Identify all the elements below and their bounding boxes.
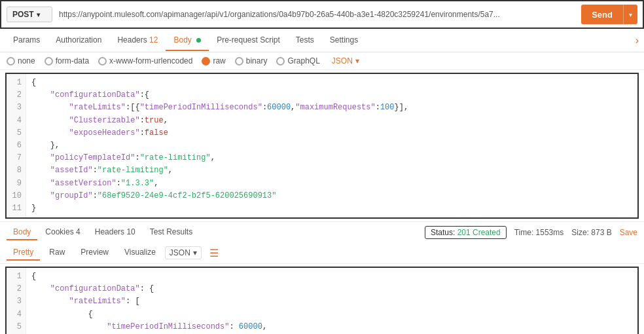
body-type-graphql[interactable]: GraphQL bbox=[276, 56, 319, 65]
response-tab-cookies[interactable]: Cookies 4 bbox=[39, 225, 86, 240]
method-chevron-icon: ▾ bbox=[37, 11, 40, 18]
resp-json-label: JSON bbox=[170, 248, 190, 257]
response-size: Size: 873 B bbox=[571, 228, 611, 237]
response-tab-headers[interactable]: Headers 10 bbox=[88, 225, 142, 240]
response-view-bar: Pretty Raw Preview Visualize JSON ▾ ☰ bbox=[0, 242, 644, 264]
resp-tab-pretty[interactable]: Pretty bbox=[7, 245, 40, 261]
tab-authorization[interactable]: Authorization bbox=[48, 30, 109, 51]
request-line-numbers: 12345 67891011 bbox=[7, 74, 26, 217]
cookies-badge: 4 bbox=[76, 227, 80, 236]
body-type-form-data[interactable]: form-data bbox=[45, 56, 89, 65]
method-label: POST bbox=[12, 10, 34, 19]
resp-json-selector[interactable]: JSON ▾ bbox=[165, 246, 202, 259]
status-value: 201 Created bbox=[457, 228, 501, 237]
response-tabs-row: Body Cookies 4 Headers 10 Test Results bbox=[7, 225, 199, 240]
raw-radio bbox=[202, 57, 210, 65]
json-selector[interactable]: JSON ▾ bbox=[332, 56, 359, 65]
body-type-none[interactable]: none bbox=[7, 56, 35, 65]
body-type-urlencoded[interactable]: x-www-form-urlencoded bbox=[98, 56, 192, 65]
graphql-radio bbox=[276, 57, 285, 65]
response-time: Time: 1553ms bbox=[514, 228, 564, 237]
json-label: JSON bbox=[332, 56, 353, 65]
status-bar: Body Cookies 4 Headers 10 Test Results S… bbox=[0, 221, 644, 242]
request-code-content[interactable]: { "configurationData":{ "rateLimits":[{"… bbox=[26, 74, 637, 217]
response-tab-body[interactable]: Body bbox=[7, 225, 37, 240]
resp-tab-visualize[interactable]: Visualize bbox=[118, 245, 162, 261]
headers-badge: 12 bbox=[149, 35, 158, 45]
more-options-icon[interactable]: › bbox=[635, 35, 639, 46]
resp-headers-badge: 10 bbox=[126, 227, 135, 236]
tab-headers[interactable]: Headers 12 bbox=[109, 30, 166, 51]
tab-pre-request[interactable]: Pre-request Script bbox=[209, 30, 288, 51]
response-code-editor[interactable]: 123456 { "configurationData": { "rateLim… bbox=[5, 267, 639, 334]
body-type-raw[interactable]: raw bbox=[202, 56, 225, 65]
send-dropdown-button[interactable]: ▾ bbox=[623, 5, 637, 24]
resp-tab-raw[interactable]: Raw bbox=[43, 245, 71, 261]
resp-tab-preview[interactable]: Preview bbox=[74, 245, 115, 261]
url-input[interactable] bbox=[56, 7, 577, 22]
status-right: Status: 201 Created Time: 1553ms Size: 8… bbox=[425, 226, 637, 239]
resp-json-chevron-icon: ▾ bbox=[193, 248, 197, 257]
body-type-bar: none form-data x-www-form-urlencoded raw… bbox=[0, 52, 644, 70]
body-type-binary[interactable]: binary bbox=[235, 56, 268, 65]
save-response-button[interactable]: Save bbox=[620, 228, 637, 237]
main-tabs: Params Authorization Headers 12 Body Pre… bbox=[0, 29, 644, 52]
status-label: Status: bbox=[431, 228, 455, 237]
urlencoded-radio bbox=[98, 57, 107, 65]
tab-params[interactable]: Params bbox=[5, 30, 48, 51]
url-bar: POST ▾ Send ▾ bbox=[0, 0, 644, 29]
request-code-editor[interactable]: 12345 67891011 { "configurationData":{ "… bbox=[5, 73, 639, 219]
tab-body[interactable]: Body bbox=[166, 30, 209, 51]
tab-settings[interactable]: Settings bbox=[322, 30, 366, 51]
response-code-content[interactable]: { "configurationData": { "rateLimits": [… bbox=[26, 268, 637, 334]
status-badge: Status: 201 Created bbox=[425, 226, 507, 239]
method-select[interactable]: POST ▾ bbox=[7, 7, 52, 22]
resp-format-icon[interactable]: ☰ bbox=[209, 247, 219, 259]
json-chevron-icon: ▾ bbox=[355, 56, 359, 65]
binary-radio bbox=[235, 57, 243, 65]
tab-tests[interactable]: Tests bbox=[288, 30, 322, 51]
none-radio bbox=[7, 57, 15, 65]
body-dot bbox=[196, 38, 201, 43]
form-data-radio bbox=[45, 57, 53, 65]
send-btn-group: Send ▾ bbox=[581, 5, 637, 24]
send-button[interactable]: Send bbox=[581, 5, 623, 24]
response-line-numbers: 123456 bbox=[7, 268, 26, 334]
response-tab-test-results[interactable]: Test Results bbox=[143, 225, 199, 240]
